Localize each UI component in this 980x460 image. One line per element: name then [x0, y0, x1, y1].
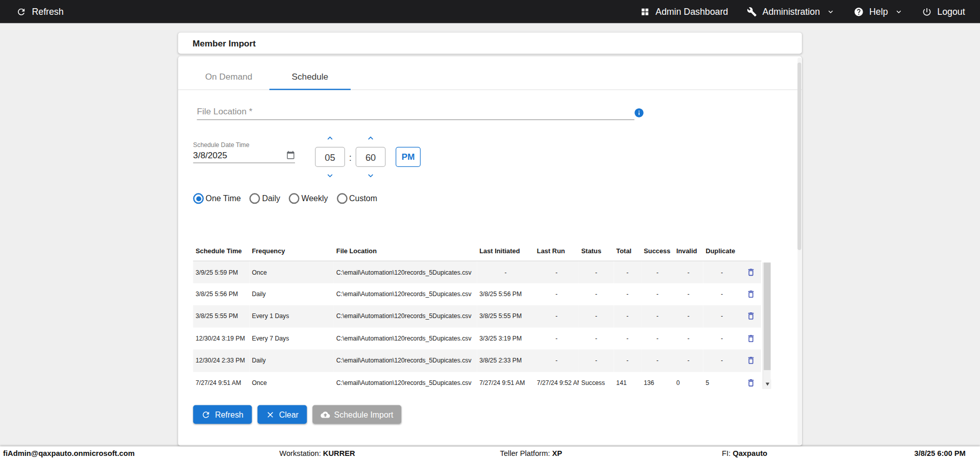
table-cell: Success	[579, 372, 614, 394]
schedule-table-header-row: Schedule TimeFrequencyFile LocationLast …	[193, 240, 761, 260]
status-datetime: 3/8/25 6:00 PM	[914, 449, 965, 457]
hour-input[interactable]: 05	[315, 147, 345, 167]
member-import-panel: On Demand Schedule File Location * Sched…	[178, 56, 802, 446]
radio-weekly[interactable]: Weekly	[289, 193, 328, 204]
delete-row-button[interactable]	[741, 327, 761, 349]
trash-icon	[746, 356, 755, 365]
table-cell: 3/9/25 5:59 PM	[193, 261, 249, 283]
radio-weekly-label: Weekly	[302, 194, 328, 203]
hour-decrement-button[interactable]	[323, 171, 337, 181]
minute-input[interactable]: 60	[356, 147, 386, 167]
app-root: Refresh Admin Dashboard Administration H…	[0, 0, 980, 460]
schedule-date-value: 3/8/2025	[193, 150, 227, 160]
topbar-help-menu[interactable]: Help	[853, 7, 903, 17]
table-cell: Once	[250, 261, 334, 283]
administration-label: Administration	[763, 7, 820, 17]
column-header: Status	[579, 240, 614, 260]
cloud-upload-icon	[321, 410, 330, 419]
table-cell: 0	[674, 372, 703, 394]
close-icon	[265, 410, 275, 419]
delete-row-button[interactable]	[741, 261, 761, 283]
chevron-down-icon	[894, 7, 903, 16]
tab-on-demand[interactable]: On Demand	[188, 56, 270, 89]
tabbar: On Demand Schedule	[178, 56, 802, 90]
hour-increment-button[interactable]	[323, 133, 337, 143]
teller-platform-value: XP	[552, 449, 562, 457]
delete-row-button[interactable]	[741, 305, 761, 327]
radio-icon	[337, 193, 348, 204]
table-cell: Daily	[250, 283, 334, 305]
table-cell: 5	[703, 372, 741, 394]
panel-scrollbar-thumb[interactable]	[797, 62, 801, 250]
refresh-button[interactable]: Refresh	[193, 405, 252, 424]
tab-schedule[interactable]: Schedule	[270, 56, 351, 89]
table-cell: Every 7 Days	[250, 327, 334, 349]
radio-daily[interactable]: Daily	[250, 193, 280, 204]
table-cell: -	[579, 305, 614, 327]
column-header: Success	[641, 240, 674, 260]
table-cell: -	[703, 327, 741, 349]
scrollbar-thumb[interactable]	[764, 262, 770, 370]
topbar-administration-menu[interactable]: Administration	[747, 7, 835, 17]
meridiem-toggle-button[interactable]: PM	[396, 147, 421, 167]
table-cell: 136	[641, 372, 674, 394]
table-cell: -	[477, 261, 534, 283]
delete-row-button[interactable]	[741, 283, 761, 305]
table-row: 3/8/25 5:55 PMEvery 1 DaysC:\email\Autom…	[193, 305, 761, 327]
topbar-admin-dashboard-button[interactable]: Admin Dashboard	[640, 7, 728, 17]
topbar-nav: Admin Dashboard Administration Help Logo…	[640, 7, 965, 17]
chevron-down-icon	[323, 171, 337, 181]
table-row: 3/8/25 5:56 PMDailyC:\email\Automation\1…	[193, 283, 761, 305]
file-location-info-button[interactable]	[634, 108, 645, 118]
member-import-header: Member Import	[178, 33, 802, 54]
info-icon	[634, 108, 645, 118]
table-cell: -	[674, 283, 703, 305]
radio-one-time-label: One Time	[206, 194, 241, 203]
minute-decrement-button[interactable]	[363, 171, 378, 181]
radio-custom-label: Custom	[349, 194, 377, 203]
table-cell: -	[579, 261, 614, 283]
page-title: Member Import	[192, 38, 256, 49]
table-cell: 3/8/25 5:56 PM	[193, 283, 249, 305]
table-cell: Daily	[250, 349, 334, 371]
table-row: 12/30/24 3:19 PMEvery 7 DaysC:\email\Aut…	[193, 327, 761, 349]
table-cell: -	[641, 261, 674, 283]
table-cell: C:\email\Automation\120records_5Dupicate…	[334, 349, 477, 371]
table-cell: -	[579, 327, 614, 349]
table-cell: 3/8/25 2:33 PM	[477, 349, 534, 371]
table-row: 3/9/25 5:59 PMOnceC:\email\Automation\12…	[193, 261, 761, 283]
table-cell: C:\email\Automation\120records_5Dupicate…	[334, 261, 477, 283]
table-cell: -	[614, 349, 641, 371]
topbar-refresh-button[interactable]: Refresh	[16, 7, 64, 17]
table-scrollbar[interactable]	[763, 262, 771, 389]
scrollbar-down-button[interactable]	[763, 379, 771, 389]
logout-label: Logout	[937, 7, 965, 17]
dashboard-icon	[640, 7, 650, 17]
radio-one-time[interactable]: One Time	[193, 193, 241, 204]
file-location-input[interactable]: File Location *	[197, 105, 634, 120]
table-cell: -	[674, 305, 703, 327]
delete-row-button[interactable]	[741, 372, 761, 394]
calendar-icon	[286, 151, 295, 159]
schedule-import-button[interactable]: Schedule Import	[312, 405, 402, 424]
minute-increment-button[interactable]	[363, 133, 378, 143]
table-cell: C:\email\Automation\120records_5Dupicate…	[334, 372, 477, 394]
panel-scrollbar[interactable]	[797, 58, 801, 445]
help-icon	[853, 7, 864, 17]
table-cell: -	[641, 305, 674, 327]
table-cell: -	[703, 261, 741, 283]
radio-custom[interactable]: Custom	[337, 193, 377, 204]
schedule-date-input[interactable]: 3/8/2025	[193, 149, 295, 163]
table-row: 7/27/24 9:51 AMOnceC:\email\Automation\1…	[193, 372, 761, 394]
teller-platform-label: Teller Platform:	[500, 449, 550, 457]
fi-value: Qaxpauto	[733, 449, 768, 457]
clear-button[interactable]: Clear	[257, 405, 307, 424]
table-cell: -	[641, 327, 674, 349]
radio-icon-selected	[193, 193, 204, 204]
trash-icon	[746, 289, 755, 299]
table-cell: C:\email\Automation\120records_5Dupicate…	[334, 305, 477, 327]
table-row: 12/30/24 2:33 PMDailyC:\email\Automation…	[193, 349, 761, 371]
workstation-status: Workstation: KURRER	[279, 449, 355, 457]
topbar-logout-button[interactable]: Logout	[922, 7, 965, 17]
delete-row-button[interactable]	[741, 349, 761, 371]
